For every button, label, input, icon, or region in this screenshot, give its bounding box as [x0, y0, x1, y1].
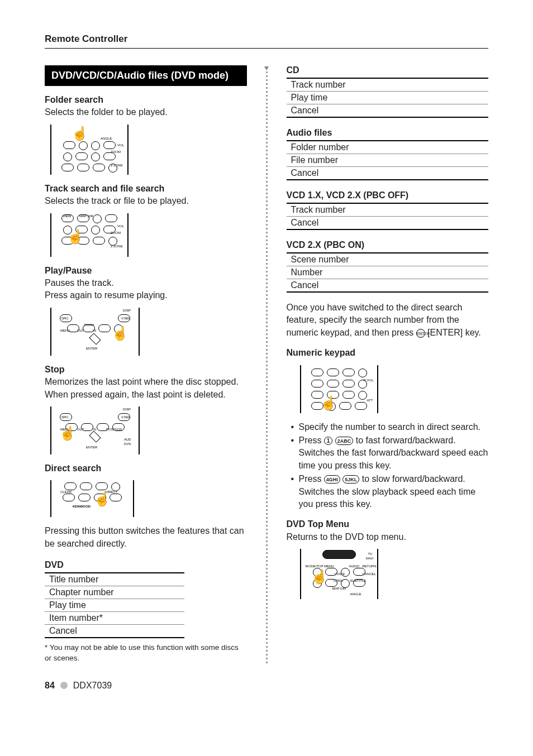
dvd-top-menu-desc: Returns to the DVD top menu.: [287, 531, 489, 543]
key-5jkl-icon: 5JKL: [342, 475, 359, 484]
audio-table-title: Audio files: [287, 128, 489, 138]
play-pause-title: Play/Pause: [45, 265, 247, 277]
pointer-hand-icon: ☝: [94, 492, 111, 506]
model-label: DDX7039: [73, 681, 112, 691]
page-header: Remote Controller: [45, 34, 488, 49]
stop-desc: Memorizes the last point where the disc …: [45, 376, 247, 401]
stop-title: Stop: [45, 363, 247, 376]
footer-dot-icon: [60, 682, 68, 689]
table-row: Number: [287, 266, 489, 279]
header-title: Remote Controller: [45, 34, 488, 45]
section-heading: DVD/VCD/CD/Audio files (DVD mode): [45, 65, 247, 86]
remote-illustration-topmenu: TV NAVI MODE/TOP MENU AUDIO RETURN VOICE…: [300, 549, 378, 599]
table-row: Play time: [45, 599, 184, 612]
remote-illustration-direct: CLEAR DIRECT KENWOOD ☝: [50, 480, 134, 517]
column-divider: [266, 68, 268, 664]
remote-illustration-play: DISP SRC V.SEL MENU OUT IN ZOOM ENTER ☝: [50, 308, 140, 356]
list-item: Press 4GHI 5JKL to slow forward/backward…: [291, 473, 489, 510]
table-row: Cancel: [287, 217, 489, 229]
folder-search-desc: Selects the folder to be played.: [45, 106, 247, 118]
vcd-on-table-title: VCD 2.X (PBC ON): [287, 240, 489, 250]
table-row: Scene number: [287, 253, 489, 266]
dvd-table-title: DVD: [45, 560, 247, 570]
pointer-hand-icon: ☝: [320, 396, 337, 410]
table-row: Cancel: [287, 167, 489, 179]
numeric-keypad-bullets: Specify the number to search in direct s…: [287, 421, 489, 511]
key-2abc-icon: 2ABC: [335, 437, 354, 445]
dvd-top-menu-title: DVD Top Menu: [287, 518, 489, 530]
vcd-off-table: Track number Cancel: [287, 203, 489, 230]
key-4ghi-icon: 4GHI: [324, 475, 340, 484]
page-number: 84: [45, 681, 55, 691]
direct-search-desc: Pressing this button switches the featur…: [45, 525, 247, 550]
table-row: Track number: [287, 79, 489, 92]
right-column: CD Track number Play time Cancel Audio f…: [287, 65, 489, 664]
direct-search-title: Direct search: [45, 462, 247, 475]
table-row: Track number: [287, 204, 489, 217]
cd-table-title: CD: [287, 65, 489, 75]
remote-illustration-folder: ANGLE ZOOM 2 ZONE VOL ☝: [50, 125, 129, 175]
pointer-hand-icon: ☝: [112, 327, 129, 340]
key-1-icon: 1: [324, 437, 333, 445]
table-row: Title number: [45, 573, 184, 586]
vcd-off-table-title: VCD 1.X, VCD 2.X (PBC OFF): [287, 190, 489, 200]
play-pause-line2: Press again to resume playing.: [45, 289, 247, 302]
track-search-desc: Selects the track or file to be played.: [45, 195, 247, 207]
table-row: Cancel: [287, 279, 489, 291]
list-item: Press 1 2ABC to fast forward/backward. S…: [291, 434, 489, 472]
play-pause-line1: Pauses the track.: [45, 277, 247, 289]
pointer-hand-icon: ☝: [67, 230, 84, 243]
dvd-table: Title number Chapter number Play time It…: [45, 572, 184, 638]
left-column: DVD/VCD/CD/Audio files (DVD mode) Folder…: [45, 65, 247, 664]
table-row: Chapter number: [45, 586, 184, 599]
list-item: Specify the number to search in direct s…: [291, 421, 489, 433]
table-row: Cancel: [45, 625, 184, 637]
table-row: Folder number: [287, 141, 489, 154]
audio-table: Folder number File number Cancel: [287, 140, 489, 180]
dvd-footnote: * You may not be able to use this functi…: [45, 643, 247, 664]
direct-search-note: Once you have switched to the direct sea…: [287, 302, 489, 339]
numeric-keypad-title: Numeric keypad: [287, 347, 489, 359]
remote-illustration-track: VIEW MAP DIR ZOOM 2 ZONE VOL ☝: [50, 213, 129, 257]
cd-table: Track number Play time Cancel: [287, 78, 489, 118]
table-row: File number: [287, 154, 489, 167]
content-columns: DVD/VCD/CD/Audio files (DVD mode) Folder…: [45, 65, 488, 664]
page-footer: 84 DDX7039: [45, 681, 488, 691]
pointer-hand-icon: ☝: [72, 127, 88, 140]
table-row: Cancel: [287, 104, 489, 117]
remote-illustration-numkey: R.VOL ATT ☝: [300, 365, 378, 413]
remote-illustration-stop: DISP SRC V.SEL MENU OUT IN POSITION AUD …: [50, 406, 140, 454]
table-row: Item number*: [45, 612, 184, 625]
pointer-hand-icon: ☝: [311, 570, 328, 583]
vcd-on-table: Scene number Number Cancel: [287, 252, 489, 293]
table-row: Play time: [287, 92, 489, 104]
pointer-hand-icon: ☝: [59, 427, 76, 440]
track-search-title: Track search and file search: [45, 183, 247, 195]
enter-key-icon: ENTER: [416, 329, 425, 338]
folder-search-title: Folder search: [45, 94, 247, 106]
